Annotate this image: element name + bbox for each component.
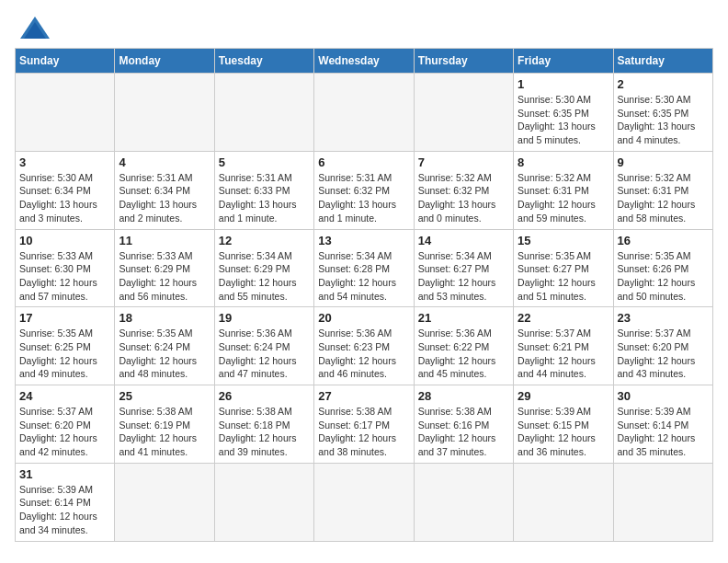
- day-number: 11: [119, 234, 210, 247]
- calendar-day-cell: 13Sunrise: 5:34 AMSunset: 6:28 PMDayligh…: [314, 229, 414, 307]
- day-number: 21: [418, 311, 509, 325]
- page-header: [15, 15, 713, 40]
- day-info: Sunrise: 5:32 AMSunset: 6:31 PMDaylight:…: [618, 171, 709, 225]
- day-info: Sunrise: 5:37 AMSunset: 6:20 PMDaylight:…: [19, 405, 110, 459]
- calendar-day-cell: 31Sunrise: 5:39 AMSunset: 6:14 PMDayligh…: [16, 463, 115, 541]
- calendar-day-cell: 11Sunrise: 5:33 AMSunset: 6:29 PMDayligh…: [115, 229, 214, 307]
- day-of-week-header: Wednesday: [314, 49, 414, 74]
- logo-icon: [18, 15, 51, 40]
- calendar-day-cell: 22Sunrise: 5:37 AMSunset: 6:21 PMDayligh…: [514, 307, 613, 385]
- calendar-week-row: 3Sunrise: 5:30 AMSunset: 6:34 PMDaylight…: [16, 151, 713, 229]
- day-info: Sunrise: 5:35 AMSunset: 6:27 PMDaylight:…: [518, 249, 609, 304]
- day-number: 17: [19, 311, 110, 325]
- day-number: 7: [418, 155, 509, 169]
- day-info: Sunrise: 5:36 AMSunset: 6:22 PMDaylight:…: [418, 327, 509, 381]
- day-number: 10: [19, 234, 110, 247]
- calendar-day-cell: [314, 463, 414, 541]
- day-info: Sunrise: 5:31 AMSunset: 6:34 PMDaylight:…: [119, 171, 210, 225]
- day-number: 9: [618, 155, 709, 169]
- day-info: Sunrise: 5:35 AMSunset: 6:25 PMDaylight:…: [19, 327, 110, 381]
- day-number: 5: [219, 155, 310, 169]
- day-info: Sunrise: 5:30 AMSunset: 6:35 PMDaylight:…: [618, 93, 709, 147]
- day-number: 3: [19, 155, 110, 169]
- day-number: 25: [119, 389, 210, 403]
- day-number: 12: [219, 234, 310, 247]
- day-info: Sunrise: 5:38 AMSunset: 6:19 PMDaylight:…: [119, 405, 210, 459]
- calendar-day-cell: 6Sunrise: 5:31 AMSunset: 6:32 PMDaylight…: [314, 151, 414, 229]
- calendar-day-cell: 12Sunrise: 5:34 AMSunset: 6:29 PMDayligh…: [214, 229, 313, 307]
- calendar-day-cell: [314, 74, 414, 152]
- day-number: 23: [618, 311, 709, 325]
- calendar-day-cell: [115, 74, 214, 152]
- calendar-day-cell: 19Sunrise: 5:36 AMSunset: 6:24 PMDayligh…: [214, 307, 313, 385]
- calendar-day-cell: 7Sunrise: 5:32 AMSunset: 6:32 PMDaylight…: [414, 151, 513, 229]
- day-info: Sunrise: 5:38 AMSunset: 6:17 PMDaylight:…: [318, 405, 409, 459]
- day-number: 14: [418, 234, 509, 247]
- day-number: 18: [119, 311, 210, 325]
- calendar-day-cell: 23Sunrise: 5:37 AMSunset: 6:20 PMDayligh…: [613, 307, 712, 385]
- day-of-week-header: Tuesday: [214, 49, 313, 74]
- calendar-day-cell: 25Sunrise: 5:38 AMSunset: 6:19 PMDayligh…: [115, 385, 214, 464]
- day-info: Sunrise: 5:37 AMSunset: 6:21 PMDaylight:…: [518, 327, 609, 381]
- calendar-day-cell: 2Sunrise: 5:30 AMSunset: 6:35 PMDaylight…: [613, 74, 712, 152]
- day-number: 20: [318, 311, 409, 325]
- calendar-table: SundayMondayTuesdayWednesdayThursdayFrid…: [15, 48, 713, 542]
- day-number: 29: [518, 389, 609, 403]
- day-of-week-header: Sunday: [16, 49, 115, 74]
- day-number: 8: [518, 155, 609, 169]
- day-of-week-header: Friday: [514, 49, 613, 74]
- day-info: Sunrise: 5:30 AMSunset: 6:35 PMDaylight:…: [518, 93, 609, 147]
- day-info: Sunrise: 5:34 AMSunset: 6:29 PMDaylight:…: [219, 249, 310, 304]
- calendar-day-cell: 9Sunrise: 5:32 AMSunset: 6:31 PMDaylight…: [613, 151, 712, 229]
- calendar-week-row: 31Sunrise: 5:39 AMSunset: 6:14 PMDayligh…: [16, 463, 713, 541]
- day-number: 31: [19, 467, 110, 481]
- calendar-body: 1Sunrise: 5:30 AMSunset: 6:35 PMDaylight…: [16, 74, 713, 542]
- days-of-week-row: SundayMondayTuesdayWednesdayThursdayFrid…: [16, 49, 713, 74]
- calendar-week-row: 24Sunrise: 5:37 AMSunset: 6:20 PMDayligh…: [16, 385, 713, 464]
- day-number: 22: [518, 311, 609, 325]
- day-info: Sunrise: 5:32 AMSunset: 6:31 PMDaylight:…: [518, 171, 609, 225]
- calendar-day-cell: 28Sunrise: 5:38 AMSunset: 6:16 PMDayligh…: [414, 385, 513, 464]
- calendar-week-row: 17Sunrise: 5:35 AMSunset: 6:25 PMDayligh…: [16, 307, 713, 385]
- calendar-week-row: 1Sunrise: 5:30 AMSunset: 6:35 PMDaylight…: [16, 74, 713, 152]
- day-of-week-header: Monday: [115, 49, 214, 74]
- calendar-day-cell: [613, 463, 712, 541]
- calendar-day-cell: 17Sunrise: 5:35 AMSunset: 6:25 PMDayligh…: [16, 307, 115, 385]
- calendar-day-cell: 5Sunrise: 5:31 AMSunset: 6:33 PMDaylight…: [214, 151, 313, 229]
- day-info: Sunrise: 5:31 AMSunset: 6:33 PMDaylight:…: [219, 171, 310, 225]
- day-info: Sunrise: 5:30 AMSunset: 6:34 PMDaylight:…: [19, 171, 110, 225]
- day-number: 4: [119, 155, 210, 169]
- day-info: Sunrise: 5:36 AMSunset: 6:24 PMDaylight:…: [219, 327, 310, 381]
- calendar-day-cell: 29Sunrise: 5:39 AMSunset: 6:15 PMDayligh…: [514, 385, 613, 464]
- calendar-day-cell: 4Sunrise: 5:31 AMSunset: 6:34 PMDaylight…: [115, 151, 214, 229]
- day-info: Sunrise: 5:32 AMSunset: 6:32 PMDaylight:…: [418, 171, 509, 225]
- day-number: 2: [618, 77, 709, 91]
- calendar-day-cell: 21Sunrise: 5:36 AMSunset: 6:22 PMDayligh…: [414, 307, 513, 385]
- calendar-day-cell: 1Sunrise: 5:30 AMSunset: 6:35 PMDaylight…: [514, 74, 613, 152]
- day-info: Sunrise: 5:35 AMSunset: 6:24 PMDaylight:…: [119, 327, 210, 381]
- day-info: Sunrise: 5:37 AMSunset: 6:20 PMDaylight:…: [618, 327, 709, 381]
- calendar-day-cell: [414, 74, 513, 152]
- calendar-day-cell: 27Sunrise: 5:38 AMSunset: 6:17 PMDayligh…: [314, 385, 414, 464]
- day-number: 19: [219, 311, 310, 325]
- day-number: 1: [518, 77, 609, 91]
- day-number: 26: [219, 389, 310, 403]
- calendar-day-cell: [214, 463, 313, 541]
- day-of-week-header: Saturday: [613, 49, 712, 74]
- calendar-day-cell: [514, 463, 613, 541]
- day-info: Sunrise: 5:35 AMSunset: 6:26 PMDaylight:…: [618, 249, 709, 304]
- day-info: Sunrise: 5:34 AMSunset: 6:28 PMDaylight:…: [318, 249, 409, 304]
- day-info: Sunrise: 5:33 AMSunset: 6:29 PMDaylight:…: [119, 249, 210, 304]
- calendar-day-cell: 30Sunrise: 5:39 AMSunset: 6:14 PMDayligh…: [613, 385, 712, 464]
- day-info: Sunrise: 5:31 AMSunset: 6:32 PMDaylight:…: [318, 171, 409, 225]
- calendar-day-cell: 15Sunrise: 5:35 AMSunset: 6:27 PMDayligh…: [514, 229, 613, 307]
- calendar-day-cell: [16, 74, 115, 152]
- day-info: Sunrise: 5:33 AMSunset: 6:30 PMDaylight:…: [19, 249, 110, 304]
- calendar-day-cell: 8Sunrise: 5:32 AMSunset: 6:31 PMDaylight…: [514, 151, 613, 229]
- day-number: 16: [618, 234, 709, 247]
- calendar-header: SundayMondayTuesdayWednesdayThursdayFrid…: [16, 49, 713, 74]
- calendar-day-cell: 3Sunrise: 5:30 AMSunset: 6:34 PMDaylight…: [16, 151, 115, 229]
- calendar-day-cell: 24Sunrise: 5:37 AMSunset: 6:20 PMDayligh…: [16, 385, 115, 464]
- day-number: 30: [618, 389, 709, 403]
- logo: [15, 15, 51, 40]
